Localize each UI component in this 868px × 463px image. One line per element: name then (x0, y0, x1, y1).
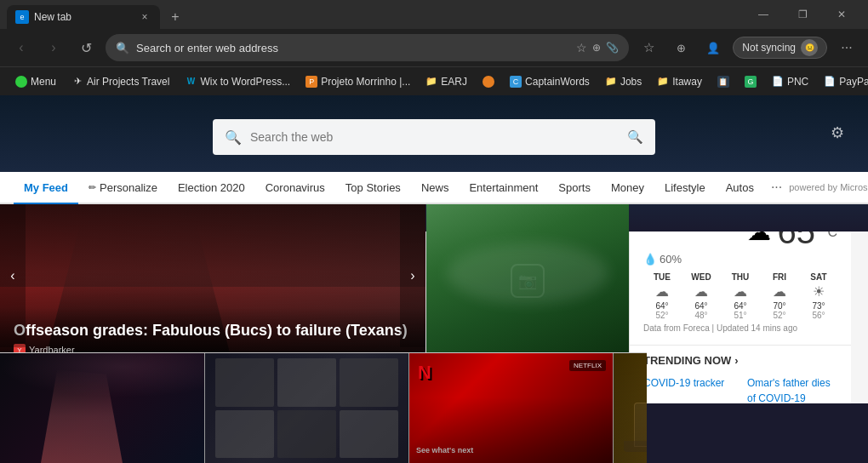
web-search-input[interactable] (250, 130, 619, 144)
bookmark-label: Wix to WordPress... (200, 76, 290, 88)
forecast-temps-tue: 64° 52° (655, 301, 668, 320)
forecast-temps-thu: 64° 51° (734, 301, 746, 320)
forecast-tue: TUE ☁ 64° 52° (643, 272, 681, 320)
bookmark-menu[interactable]: Menu (9, 73, 63, 90)
bookmark-label: PNC (787, 76, 808, 88)
tab-personalize[interactable]: ✏ Personalize (78, 172, 168, 204)
pencil-icon: ✏ (89, 182, 96, 193)
forecast-thu: THU ☁ 64° 51° (722, 272, 759, 320)
forecast-icon-sat: ☀ (813, 283, 825, 300)
bookmark-label: CaptainWords (525, 76, 590, 88)
bottom-card-2[interactable] (204, 353, 408, 463)
bookmark-wix[interactable]: W Wix to WordPress... (178, 73, 297, 90)
window-controls: — ❐ ✕ (744, 0, 861, 29)
bookmark-earj[interactable]: 📁 EARJ (419, 73, 474, 90)
bookmark-orange-icon[interactable] (476, 73, 501, 90)
carousel-prev-button[interactable]: ‹ (0, 204, 26, 347)
trending-item-1[interactable]: COVID-19 tracker (643, 374, 734, 403)
profile-icon[interactable]: 👤 (700, 35, 726, 60)
forecast-wed: WED ☁ 64° 48° (682, 272, 720, 320)
paypal-favicon: 📄 (824, 76, 836, 88)
tab-close-button[interactable]: × (138, 10, 151, 24)
main-story-card[interactable]: Offseason grades: Fabulous (Bucs) to fai… (0, 204, 425, 369)
precip-icon: 💧 (643, 253, 657, 266)
trending-header: TRENDING NOW › (643, 354, 837, 367)
back-button[interactable]: ‹ (9, 35, 34, 60)
folder-icon: 📁 (657, 76, 669, 88)
captainwords-favicon: C (510, 76, 522, 88)
bookmark-itaway[interactable]: 📁 Itaway (650, 73, 709, 90)
forecast-icon-thu: ☁ (734, 283, 747, 300)
tab-money[interactable]: Money (601, 172, 654, 204)
page-content: 🔍 🔍 ⚙ My Feed ✏ Personalize Election 202… (0, 95, 868, 463)
bottom-card-1[interactable] (0, 353, 204, 463)
tab-election[interactable]: Election 2020 (168, 172, 255, 204)
bottom-row: N NETFLIX See what's next (0, 352, 647, 463)
sync-button[interactable]: Not syncing 😐 (733, 37, 827, 59)
tab-my-feed[interactable]: My Feed (14, 172, 78, 204)
minimize-button[interactable]: — (744, 0, 783, 29)
bookmark-jobs[interactable]: 📁 Jobs (598, 73, 648, 90)
bookmark-captainwords[interactable]: C CaptainWords (503, 73, 597, 90)
mid-story-image[interactable]: 📷 (426, 204, 629, 357)
active-tab[interactable]: e New tab × (7, 5, 160, 29)
tab-entertainment[interactable]: Entertainment (459, 172, 548, 204)
bookmark-air-projects[interactable]: ✈ Air Projects Travel (65, 73, 176, 90)
refresh-button[interactable]: ↺ (73, 35, 99, 60)
tab-sports[interactable]: Sports (548, 172, 601, 204)
search-section: 🔍 🔍 ⚙ (0, 95, 868, 172)
close-button[interactable]: ✕ (822, 0, 861, 29)
forecast-fri: FRI ☁ 70° 52° (761, 272, 798, 320)
weather-footer: Data from Foreca | Updated 14 mins ago (643, 320, 837, 336)
address-icons: ☆ ⊕ 📎 (576, 41, 619, 54)
pnc-favicon: 📄 (772, 76, 784, 88)
air-favicon: ✈ (71, 76, 83, 88)
search-icon: 🔍 (116, 42, 129, 54)
read-view-icon[interactable]: ⊕ (592, 42, 601, 54)
browser-chrome: e New tab × + — ❐ ✕ ‹ › ↺ 🔍 Search or en… (0, 0, 868, 95)
sync-label: Not syncing (742, 42, 796, 54)
collections-icon[interactable]: 📎 (606, 42, 619, 54)
forecast-icon-tue: ☁ (655, 283, 669, 300)
title-bar: e New tab × + — ❐ ✕ (0, 0, 868, 29)
settings-icon[interactable]: ⚙ (824, 119, 851, 146)
more-options-button[interactable]: ··· (834, 35, 859, 60)
collections-button[interactable]: ⊕ (668, 35, 694, 60)
bookmark-pnc[interactable]: 📄 PNC (765, 73, 815, 90)
bottom-card-3[interactable]: N NETFLIX See what's next (408, 353, 613, 463)
bookmark-label: Projeto Morrinho |... (321, 76, 410, 88)
news-navigation: My Feed ✏ Personalize Election 2020 Coro… (0, 172, 868, 204)
forward-button[interactable]: › (41, 35, 66, 60)
web-search-bar[interactable]: 🔍 🔍 (213, 119, 655, 155)
bookmark-projeto[interactable]: P Projeto Morrinho |... (299, 73, 417, 90)
g-favicon: G (745, 76, 757, 88)
menu-favicon (15, 76, 27, 88)
restore-button[interactable]: ❐ (783, 0, 822, 29)
tab-favicon: e (15, 10, 29, 24)
weather-forecast: TUE ☁ 64° 52° WED ☁ 64° 48° (643, 272, 837, 320)
right-column: ☁ 65 °C 💧 60% TUE ☁ 64° 52° (630, 204, 851, 403)
tab-coronavirus[interactable]: Coronavirus (255, 172, 335, 204)
tab-autos[interactable]: Autos (716, 172, 764, 204)
forecast-temps-fri: 70° 52° (773, 301, 785, 320)
bookmark-paypal[interactable]: 📄 PayPal (817, 73, 868, 90)
weather-precip: 💧 60% (643, 253, 837, 266)
address-input-wrap[interactable]: 🔍 Search or enter web address ☆ ⊕ 📎 (106, 34, 629, 61)
folder-icon: 📁 (425, 76, 437, 88)
carousel-next-button[interactable]: › (400, 204, 425, 347)
bookmark-clipboard[interactable]: 📋 (711, 73, 736, 90)
tab-top-stories[interactable]: Top Stories (335, 172, 411, 204)
nav-more-button[interactable]: ··· (764, 171, 789, 203)
bookmark-green-g[interactable]: G (738, 73, 763, 90)
favorites-star-button[interactable]: ☆ (636, 35, 661, 60)
search-magnify-icon[interactable]: 🔍 (627, 129, 643, 145)
bookmark-label: Air Projects Travel (87, 76, 169, 88)
new-tab-button[interactable]: + (163, 5, 187, 29)
tab-news[interactable]: News (411, 172, 460, 204)
favorites-icon[interactable]: ☆ (576, 41, 587, 54)
bookmarks-bar: Menu ✈ Air Projects Travel W Wix to Word… (0, 66, 868, 95)
trending-item-2[interactable]: Omar's father dies of COVID-19 (747, 374, 837, 403)
trending-list: COVID-19 tracker Omar's father dies of C… (643, 374, 837, 403)
tab-lifestyle[interactable]: Lifestyle (654, 172, 716, 204)
bottom-card-4[interactable] (613, 353, 647, 463)
